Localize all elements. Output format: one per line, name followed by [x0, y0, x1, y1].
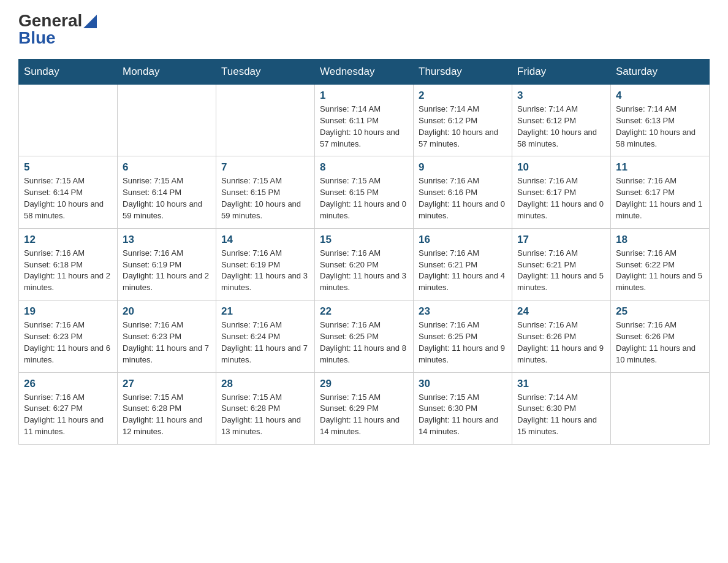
- calendar-cell: 23Sunrise: 7:16 AM Sunset: 6:25 PM Dayli…: [414, 301, 512, 372]
- day-info: Sunrise: 7:16 AM Sunset: 6:24 PM Dayligh…: [221, 320, 309, 366]
- day-info: Sunrise: 7:16 AM Sunset: 6:27 PM Dayligh…: [24, 392, 112, 438]
- day-number: 31: [517, 378, 605, 390]
- day-info: Sunrise: 7:15 AM Sunset: 6:28 PM Dayligh…: [123, 392, 211, 438]
- calendar-cell: [216, 85, 315, 156]
- page-header: General Blue: [18, 12, 710, 47]
- day-number: 3: [517, 90, 605, 102]
- day-info: Sunrise: 7:16 AM Sunset: 6:25 PM Dayligh…: [320, 320, 408, 366]
- header-day-tuesday: Tuesday: [216, 59, 315, 85]
- calendar-cell: 24Sunrise: 7:16 AM Sunset: 6:26 PM Dayli…: [512, 301, 611, 372]
- day-number: 25: [616, 305, 704, 318]
- day-number: 14: [221, 234, 309, 246]
- day-number: 23: [419, 305, 507, 318]
- calendar-cell: 3Sunrise: 7:14 AM Sunset: 6:12 PM Daylig…: [512, 85, 611, 156]
- day-number: 20: [123, 305, 211, 318]
- day-number: 12: [24, 234, 112, 246]
- calendar-header: SundayMondayTuesdayWednesdayThursdayFrid…: [19, 59, 710, 85]
- calendar-cell: 21Sunrise: 7:16 AM Sunset: 6:24 PM Dayli…: [216, 301, 315, 372]
- logo-blue: Blue: [18, 29, 97, 47]
- calendar-cell: 20Sunrise: 7:16 AM Sunset: 6:23 PM Dayli…: [118, 301, 216, 372]
- day-number: 8: [320, 161, 408, 174]
- day-number: 24: [517, 305, 605, 318]
- day-info: Sunrise: 7:14 AM Sunset: 6:13 PM Dayligh…: [616, 104, 704, 150]
- header-row: SundayMondayTuesdayWednesdayThursdayFrid…: [19, 59, 710, 85]
- calendar-cell: 7Sunrise: 7:15 AM Sunset: 6:15 PM Daylig…: [216, 156, 315, 228]
- header-day-sunday: Sunday: [19, 59, 118, 85]
- calendar-cell: 14Sunrise: 7:16 AM Sunset: 6:19 PM Dayli…: [216, 228, 315, 300]
- calendar-cell: 30Sunrise: 7:15 AM Sunset: 6:30 PM Dayli…: [414, 372, 512, 444]
- day-info: Sunrise: 7:16 AM Sunset: 6:16 PM Dayligh…: [419, 175, 507, 221]
- day-number: 5: [24, 161, 112, 174]
- day-info: Sunrise: 7:15 AM Sunset: 6:30 PM Dayligh…: [419, 392, 507, 438]
- header-day-wednesday: Wednesday: [315, 59, 414, 85]
- day-number: 7: [221, 161, 309, 174]
- day-info: Sunrise: 7:14 AM Sunset: 6:30 PM Dayligh…: [517, 392, 605, 438]
- day-number: 18: [616, 234, 704, 246]
- day-number: 19: [24, 305, 112, 318]
- day-info: Sunrise: 7:16 AM Sunset: 6:19 PM Dayligh…: [221, 248, 309, 294]
- day-number: 21: [221, 305, 309, 318]
- day-info: Sunrise: 7:15 AM Sunset: 6:15 PM Dayligh…: [320, 175, 408, 221]
- day-info: Sunrise: 7:14 AM Sunset: 6:12 PM Dayligh…: [419, 104, 507, 150]
- calendar-cell: 1Sunrise: 7:14 AM Sunset: 6:11 PM Daylig…: [315, 85, 414, 156]
- day-info: Sunrise: 7:16 AM Sunset: 6:23 PM Dayligh…: [123, 320, 211, 366]
- day-info: Sunrise: 7:16 AM Sunset: 6:17 PM Dayligh…: [517, 175, 605, 221]
- calendar-cell: 5Sunrise: 7:15 AM Sunset: 6:14 PM Daylig…: [19, 156, 118, 228]
- day-number: 16: [419, 234, 507, 246]
- calendar-cell: [611, 372, 710, 444]
- day-number: 29: [320, 378, 408, 390]
- calendar-cell: 25Sunrise: 7:16 AM Sunset: 6:26 PM Dayli…: [611, 301, 710, 372]
- day-info: Sunrise: 7:16 AM Sunset: 6:23 PM Dayligh…: [24, 320, 112, 366]
- header-day-saturday: Saturday: [611, 59, 710, 85]
- week-row-3: 12Sunrise: 7:16 AM Sunset: 6:18 PM Dayli…: [19, 228, 710, 300]
- logo: General Blue: [18, 12, 97, 47]
- header-day-friday: Friday: [512, 59, 611, 85]
- calendar-cell: 4Sunrise: 7:14 AM Sunset: 6:13 PM Daylig…: [611, 85, 710, 156]
- week-row-1: 1Sunrise: 7:14 AM Sunset: 6:11 PM Daylig…: [19, 85, 710, 156]
- day-number: 4: [616, 90, 704, 102]
- day-info: Sunrise: 7:15 AM Sunset: 6:15 PM Dayligh…: [221, 175, 309, 221]
- calendar-cell: 10Sunrise: 7:16 AM Sunset: 6:17 PM Dayli…: [512, 156, 611, 228]
- day-number: 1: [320, 90, 408, 102]
- calendar-cell: 17Sunrise: 7:16 AM Sunset: 6:21 PM Dayli…: [512, 228, 611, 300]
- day-info: Sunrise: 7:16 AM Sunset: 6:17 PM Dayligh…: [616, 175, 704, 221]
- day-info: Sunrise: 7:16 AM Sunset: 6:20 PM Dayligh…: [320, 248, 408, 294]
- day-number: 11: [616, 161, 704, 174]
- day-number: 6: [123, 161, 211, 174]
- day-info: Sunrise: 7:15 AM Sunset: 6:14 PM Dayligh…: [123, 175, 211, 221]
- calendar-cell: 12Sunrise: 7:16 AM Sunset: 6:18 PM Dayli…: [19, 228, 118, 300]
- calendar-cell: 9Sunrise: 7:16 AM Sunset: 6:16 PM Daylig…: [414, 156, 512, 228]
- day-number: 26: [24, 378, 112, 390]
- calendar-cell: 8Sunrise: 7:15 AM Sunset: 6:15 PM Daylig…: [315, 156, 414, 228]
- calendar-cell: 13Sunrise: 7:16 AM Sunset: 6:19 PM Dayli…: [118, 228, 216, 300]
- header-day-monday: Monday: [118, 59, 216, 85]
- day-info: Sunrise: 7:14 AM Sunset: 6:12 PM Dayligh…: [517, 104, 605, 150]
- logo-triangle-icon: [83, 15, 97, 28]
- day-number: 13: [123, 234, 211, 246]
- day-number: 10: [517, 161, 605, 174]
- day-info: Sunrise: 7:16 AM Sunset: 6:22 PM Dayligh…: [616, 248, 704, 294]
- day-info: Sunrise: 7:16 AM Sunset: 6:26 PM Dayligh…: [517, 320, 605, 366]
- svg-marker-0: [83, 15, 97, 28]
- day-number: 17: [517, 234, 605, 246]
- calendar-cell: 19Sunrise: 7:16 AM Sunset: 6:23 PM Dayli…: [19, 301, 118, 372]
- logo-general: General: [18, 12, 82, 29]
- day-number: 9: [419, 161, 507, 174]
- calendar-cell: 2Sunrise: 7:14 AM Sunset: 6:12 PM Daylig…: [414, 85, 512, 156]
- day-info: Sunrise: 7:16 AM Sunset: 6:26 PM Dayligh…: [616, 320, 704, 366]
- calendar-cell: 27Sunrise: 7:15 AM Sunset: 6:28 PM Dayli…: [118, 372, 216, 444]
- day-number: 22: [320, 305, 408, 318]
- calendar-table: SundayMondayTuesdayWednesdayThursdayFrid…: [18, 59, 710, 445]
- calendar-cell: 29Sunrise: 7:15 AM Sunset: 6:29 PM Dayli…: [315, 372, 414, 444]
- day-number: 2: [419, 90, 507, 102]
- day-info: Sunrise: 7:15 AM Sunset: 6:14 PM Dayligh…: [24, 175, 112, 221]
- calendar-cell: [19, 85, 118, 156]
- week-row-4: 19Sunrise: 7:16 AM Sunset: 6:23 PM Dayli…: [19, 301, 710, 372]
- calendar-cell: 15Sunrise: 7:16 AM Sunset: 6:20 PM Dayli…: [315, 228, 414, 300]
- day-info: Sunrise: 7:16 AM Sunset: 6:25 PM Dayligh…: [419, 320, 507, 366]
- calendar-cell: 6Sunrise: 7:15 AM Sunset: 6:14 PM Daylig…: [118, 156, 216, 228]
- calendar-cell: 22Sunrise: 7:16 AM Sunset: 6:25 PM Dayli…: [315, 301, 414, 372]
- day-info: Sunrise: 7:15 AM Sunset: 6:28 PM Dayligh…: [221, 392, 309, 438]
- calendar-cell: [118, 85, 216, 156]
- day-info: Sunrise: 7:14 AM Sunset: 6:11 PM Dayligh…: [320, 104, 408, 150]
